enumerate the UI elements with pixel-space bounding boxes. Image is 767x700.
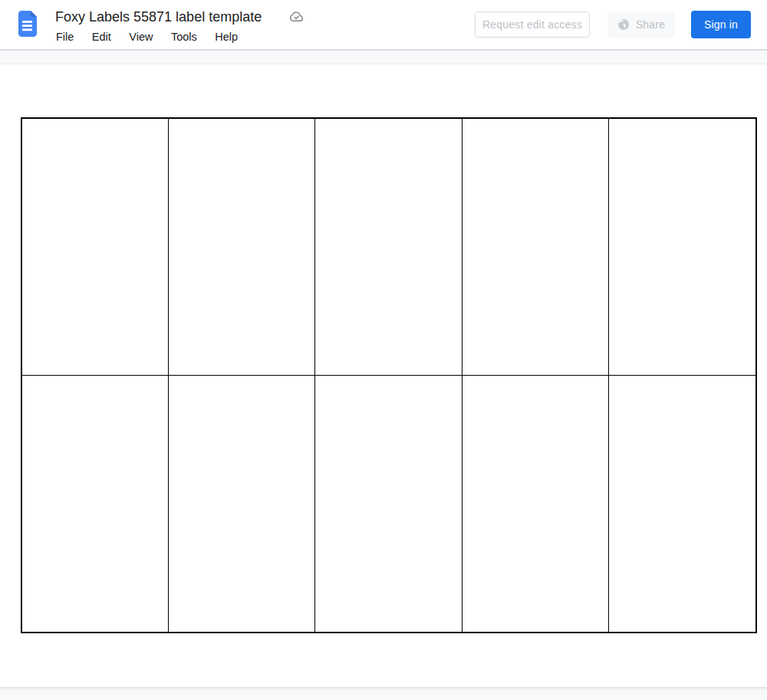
- app-header: Foxy Labels 55871 label template File Ed…: [0, 0, 767, 51]
- document-title[interactable]: Foxy Labels 55871 label template: [55, 8, 262, 26]
- document-canvas: [0, 51, 767, 700]
- request-edit-access-button[interactable]: Request edit access: [475, 12, 590, 38]
- google-docs-icon[interactable]: [18, 11, 37, 37]
- label-cell[interactable]: [22, 376, 169, 633]
- label-cell[interactable]: [315, 119, 462, 376]
- globe-icon: [617, 18, 630, 31]
- label-cell[interactable]: [609, 119, 755, 376]
- label-cell[interactable]: [169, 376, 315, 633]
- sign-in-button[interactable]: Sign in: [691, 11, 751, 38]
- menu-view[interactable]: View: [129, 29, 153, 44]
- menu-file[interactable]: File: [56, 29, 74, 44]
- document-page[interactable]: [0, 64, 767, 687]
- label-cell[interactable]: [315, 376, 462, 633]
- menu-tools[interactable]: Tools: [171, 29, 197, 44]
- label-cell[interactable]: [169, 119, 315, 376]
- sign-in-label: Sign in: [704, 18, 738, 31]
- app-window: Foxy Labels 55871 label template File Ed…: [0, 0, 767, 700]
- cloud-check-icon[interactable]: [289, 10, 304, 25]
- label-cell[interactable]: [22, 119, 169, 376]
- request-edit-access-label: Request edit access: [482, 18, 582, 31]
- menu-edit[interactable]: Edit: [92, 29, 111, 44]
- menu-help[interactable]: Help: [215, 29, 238, 44]
- label-cell[interactable]: [463, 376, 609, 633]
- share-button[interactable]: Share: [607, 12, 675, 38]
- menubar: File Edit View Tools Help: [56, 29, 252, 44]
- label-table: [21, 117, 757, 633]
- share-label: Share: [636, 18, 665, 31]
- label-cell[interactable]: [463, 119, 609, 376]
- label-cell[interactable]: [609, 376, 755, 633]
